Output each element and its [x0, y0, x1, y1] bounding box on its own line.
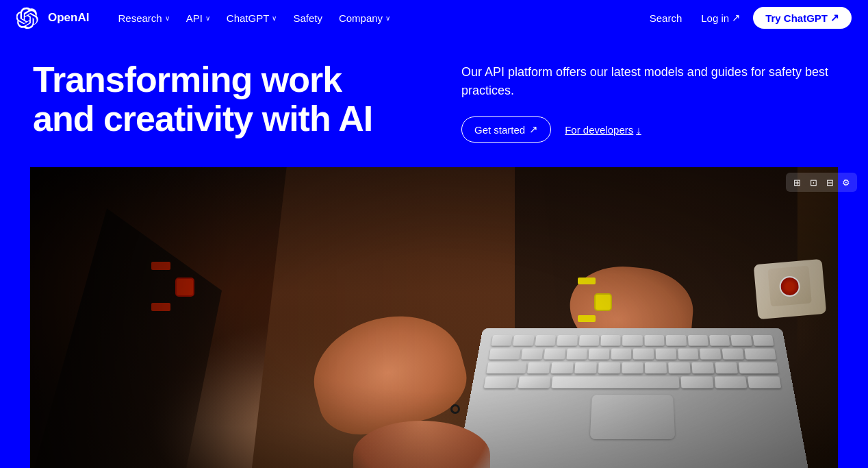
- nav-company-label: Company: [339, 12, 383, 24]
- nav-company[interactable]: Company ∨: [332, 8, 397, 28]
- nav-api-label: API: [186, 12, 203, 24]
- login-button[interactable]: Log in ↗: [694, 8, 748, 28]
- hero-section: Transforming work and creativity with AI…: [0, 36, 868, 167]
- image-toolbar: ⊞ ⊡ ⊟ ⚙: [786, 173, 857, 192]
- nav-research[interactable]: Research ∨: [111, 8, 176, 28]
- logo-text: OpenAI: [48, 11, 89, 25]
- hero-left: Transforming work and creativity with AI: [33, 60, 407, 138]
- hero-right: Our API platform offers our latest model…: [461, 60, 835, 143]
- for-developers-button[interactable]: For developers ↓: [565, 124, 641, 136]
- try-chatgpt-button[interactable]: Try ChatGPT ↗: [753, 7, 852, 29]
- try-chatgpt-label: Try ChatGPT: [765, 12, 828, 24]
- toolbar-btn-2[interactable]: ⊡: [806, 175, 820, 189]
- developers-arrow: ↓: [636, 124, 641, 136]
- navbar: OpenAI Research ∨ API ∨ ChatGPT ∨ Safety…: [0, 0, 868, 36]
- nav-chatgpt-chevron: ∨: [272, 14, 277, 22]
- nav-research-label: Research: [118, 12, 162, 24]
- nav-research-chevron: ∨: [165, 14, 170, 22]
- nav-safety[interactable]: Safety: [286, 8, 329, 28]
- logo[interactable]: OpenAI: [16, 7, 89, 29]
- nav-safety-label: Safety: [293, 12, 322, 24]
- nav-links: Research ∨ API ∨ ChatGPT ∨ Safety Compan…: [111, 8, 642, 28]
- image-section: ⊞ ⊡ ⊟ ⚙: [0, 167, 868, 468]
- login-arrow: ↗: [732, 12, 741, 24]
- search-label: Search: [650, 12, 682, 24]
- nav-company-chevron: ∨: [385, 14, 390, 22]
- hero-image-container: [30, 167, 838, 468]
- nav-chatgpt[interactable]: ChatGPT ∨: [220, 8, 284, 28]
- nav-api[interactable]: API ∨: [179, 8, 217, 28]
- nav-chatgpt-label: ChatGPT: [227, 12, 270, 24]
- login-label: Log in: [701, 12, 729, 24]
- search-button[interactable]: Search: [643, 8, 689, 28]
- hero-description: Our API platform offers our latest model…: [461, 63, 835, 100]
- hero-title: Transforming work and creativity with AI: [33, 60, 389, 138]
- nav-actions: Search Log in ↗ Try ChatGPT ↗: [643, 7, 852, 29]
- developers-label: For developers: [565, 124, 633, 136]
- hero-buttons: Get started ↗ For developers ↓: [461, 116, 835, 143]
- toolbar-btn-1[interactable]: ⊞: [790, 175, 804, 189]
- get-started-arrow: ↗: [529, 123, 538, 136]
- hero-image: [30, 167, 838, 468]
- try-chatgpt-arrow: ↗: [830, 12, 839, 24]
- toolbar-btn-3[interactable]: ⊟: [823, 175, 837, 189]
- get-started-button[interactable]: Get started ↗: [461, 116, 551, 143]
- get-started-label: Get started: [474, 124, 525, 136]
- toolbar-settings[interactable]: ⚙: [839, 175, 853, 189]
- openai-icon: [16, 7, 38, 29]
- vignette-overlay: [30, 167, 838, 468]
- nav-api-chevron: ∨: [205, 14, 210, 22]
